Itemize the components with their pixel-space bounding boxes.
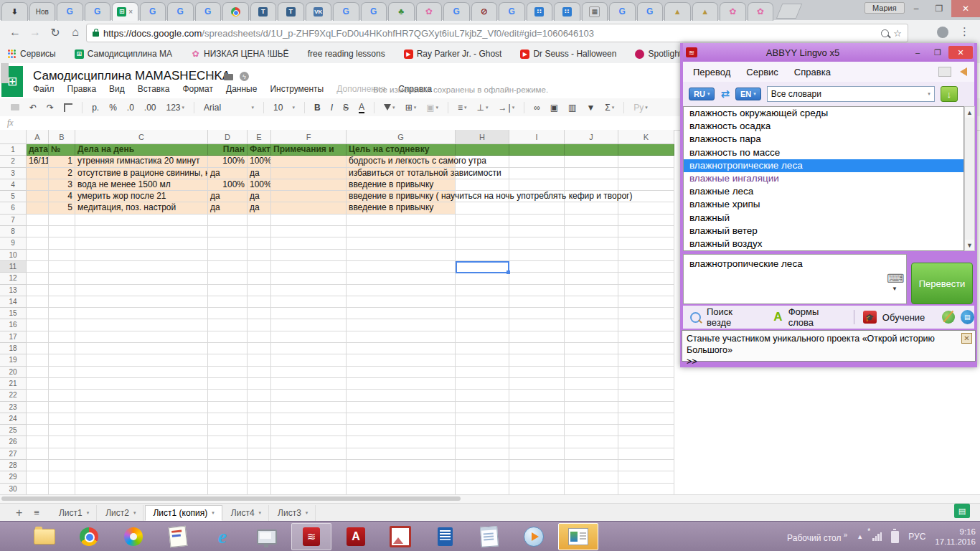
cell-A22[interactable] — [27, 390, 49, 401]
cell-F7[interactable] — [271, 215, 347, 226]
cell-C24[interactable] — [75, 413, 208, 425]
cell-B9[interactable] — [49, 237, 75, 249]
cell-I28[interactable] — [509, 460, 565, 471]
cell-D21[interactable] — [208, 378, 248, 390]
clock[interactable]: 9:1617.11.2016 — [935, 527, 976, 547]
word-list-item[interactable]: влажность окружающей среды — [684, 107, 963, 120]
cell-J11[interactable] — [565, 261, 618, 273]
cell-E7[interactable] — [248, 215, 271, 226]
tab[interactable]: G — [361, 2, 387, 21]
cell-E8[interactable] — [248, 226, 271, 237]
sheet-tab[interactable]: Лист4▾ — [224, 505, 269, 521]
row-header-3[interactable]: 3 — [0, 168, 27, 179]
cell-J16[interactable] — [565, 319, 618, 331]
cell-H10[interactable] — [456, 250, 509, 261]
search-everywhere-icon[interactable] — [690, 312, 701, 323]
cell-E12[interactable] — [248, 273, 271, 284]
cell-A12[interactable] — [27, 273, 49, 284]
input-tools-button[interactable]: Ру▾ — [633, 103, 648, 113]
word-list-item[interactable]: влажный воздух — [684, 237, 963, 250]
cell-K9[interactable] — [618, 237, 674, 249]
taskbar-button-image-editor[interactable] — [380, 523, 420, 550]
cell-C27[interactable] — [75, 448, 208, 460]
cell-K17[interactable] — [618, 331, 674, 343]
cell-A16[interactable] — [27, 319, 49, 331]
cell-K23[interactable] — [618, 402, 674, 413]
shop-icon[interactable]: ▤ — [961, 310, 974, 324]
cell-I6[interactable] — [509, 202, 565, 214]
cell-D24[interactable] — [208, 413, 248, 425]
row-header-22[interactable]: 22 — [0, 390, 27, 401]
column-header-H[interactable]: H — [456, 130, 509, 144]
row-header-9[interactable]: 9 — [0, 237, 27, 249]
cell-B21[interactable] — [49, 378, 75, 390]
row-header-26[interactable]: 26 — [0, 436, 27, 448]
cell-C25[interactable] — [75, 425, 208, 436]
taskbar-button-media-player[interactable] — [514, 523, 554, 550]
column-header-D[interactable]: D — [208, 130, 248, 144]
globe-pencil-icon[interactable] — [942, 311, 954, 324]
word-list-item[interactable]: влажность по массе — [684, 146, 963, 159]
lingvo-minimize-button[interactable]: – — [908, 46, 927, 59]
cell-I25[interactable] — [509, 425, 565, 436]
currency-format-button[interactable]: р. — [92, 103, 99, 113]
tab-active[interactable]: ⊞× — [112, 2, 138, 21]
cell-A20[interactable] — [27, 367, 49, 378]
cell-G9[interactable] — [347, 237, 456, 249]
cell-D7[interactable] — [208, 215, 248, 226]
cell-F22[interactable] — [271, 390, 347, 401]
taskbar-button-abbyy-lingvo[interactable]: ≋ — [291, 523, 331, 550]
cell-A25[interactable] — [27, 425, 49, 436]
cell-K30[interactable] — [618, 484, 674, 495]
cell-A28[interactable] — [27, 460, 49, 471]
cell-D30[interactable] — [208, 484, 248, 495]
cell-H20[interactable] — [456, 367, 509, 378]
taskbar-button-notes[interactable] — [158, 523, 198, 550]
row-header-14[interactable]: 14 — [0, 296, 27, 308]
functions-icon[interactable]: Σ▾ — [605, 103, 614, 113]
cell-J8[interactable] — [565, 226, 618, 237]
add-sheet-button[interactable]: + — [16, 507, 22, 519]
cell-D8[interactable] — [208, 226, 248, 237]
bookmark-item[interactable]: ✿НИЗКАЯ ЦЕНА !ШЬЁ — [191, 49, 289, 59]
cell-H14[interactable] — [456, 296, 509, 308]
cell-C10[interactable] — [75, 250, 208, 261]
cell-I4[interactable] — [509, 179, 565, 191]
borders-icon[interactable]: ⊞▾ — [405, 103, 417, 113]
cell-H22[interactable] — [456, 390, 509, 401]
cell-D3[interactable]: да — [208, 168, 248, 179]
cell-K6[interactable] — [618, 202, 674, 214]
tab[interactable]: ♣ — [388, 2, 415, 21]
cell-I29[interactable] — [509, 471, 565, 483]
row-header-30[interactable]: 30 — [0, 484, 27, 495]
cell-J27[interactable] — [565, 448, 618, 460]
cell-J13[interactable] — [565, 285, 618, 296]
desktop-toolbar[interactable]: Рабочий стол » — [787, 531, 847, 543]
cell-F2[interactable] — [271, 156, 347, 167]
cell-E21[interactable] — [248, 378, 271, 390]
tab[interactable]: G — [637, 2, 664, 21]
cell-J14[interactable] — [565, 296, 618, 308]
address-bar[interactable]: https://docs.google.com/spreadsheets/d/1… — [86, 24, 908, 42]
lingvo-search-input[interactable]: влажнотропические леса — [683, 254, 907, 304]
tab[interactable]: ✿ — [748, 2, 774, 21]
cell-K29[interactable] — [618, 471, 674, 483]
tab[interactable]: G — [333, 2, 359, 21]
column-header-G[interactable]: G — [347, 130, 456, 144]
cell-G7[interactable] — [347, 215, 456, 226]
menu-файл[interactable]: Файл — [33, 84, 55, 97]
source-language-select[interactable]: RU▾ — [689, 88, 715, 100]
cell-G21[interactable] — [347, 378, 456, 390]
cell-E24[interactable] — [248, 413, 271, 425]
cell-B18[interactable] — [49, 343, 75, 354]
browser-menu-icon[interactable]: ⋮ — [959, 25, 970, 38]
sheet-tab[interactable]: Лист2▾ — [98, 505, 143, 521]
cell-C26[interactable] — [75, 436, 208, 448]
cell-C6[interactable]: медитация, поз. настрой — [75, 202, 208, 214]
sheet-tab[interactable]: Лист3▾ — [270, 505, 316, 521]
cell-D22[interactable] — [208, 390, 248, 401]
cell-G1[interactable]: Цель на стодневку — [347, 144, 456, 156]
sheets-side-panel-button[interactable]: ▤ — [954, 504, 970, 518]
cell-F27[interactable] — [271, 448, 347, 460]
cell-D11[interactable] — [208, 261, 248, 273]
